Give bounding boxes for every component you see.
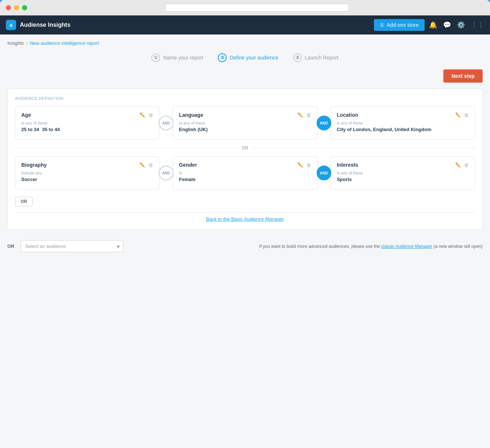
location-value: City of London, England, United Kingdom [337, 127, 432, 132]
back-link-wrap: Back to the Basic Audience Manager [15, 212, 475, 222]
delete-location-icon[interactable]: 🗑 [464, 112, 469, 118]
biography-subtitle: Include any [21, 171, 153, 175]
main-content: Insights › New audience intelligence rep… [0, 35, 490, 448]
filter-title-age: Age [21, 112, 31, 118]
audience-card: Audience definition Age ✏️ 🗑 Is any of t… [7, 88, 483, 230]
edit-gender-icon[interactable]: ✏️ [298, 162, 303, 168]
brand-name: Audiense Insights [20, 22, 71, 28]
or-divider: OR [15, 145, 475, 151]
interests-subtitle: Is any of these [337, 171, 469, 175]
language-value: English (UK) [179, 127, 208, 132]
audience-select-wrap: Select an audience ▾ [21, 240, 123, 252]
top-nav: a Audiense Insights ① Add-ons store 🔔 💬 … [0, 15, 490, 35]
location-subtitle: Is any of these [337, 121, 469, 125]
or-add-button[interactable]: OR [15, 197, 33, 206]
next-step-wrap: Next step [7, 69, 483, 83]
edit-location-icon[interactable]: ✏️ [455, 112, 461, 118]
breadcrumb-separator: › [26, 40, 28, 46]
brand: a Audiense Insights [6, 20, 71, 30]
filter-card-age: Age ✏️ 🗑 Is any of these 25 to 34 35 to … [15, 106, 159, 140]
addons-icon: ① [380, 22, 385, 28]
age-subtitle: Is any of these [21, 121, 153, 125]
steps-indicator: ① Name your report ② Define your audienc… [7, 53, 483, 62]
gender-subtitle: Is [179, 171, 311, 175]
step-2-num: ② [218, 53, 227, 62]
address-bar[interactable] [165, 4, 349, 12]
filter-card-gender: Gender ✏️ 🗑 Is Female [173, 156, 317, 189]
minimize-dot[interactable] [14, 5, 19, 10]
breadcrumb-root[interactable]: Insights [7, 40, 24, 46]
interests-value: Sports [337, 177, 352, 182]
filter-card-location: Location ✏️ 🗑 Is any of these City of Lo… [331, 106, 475, 140]
edit-age-icon[interactable]: ✏️ [140, 112, 145, 118]
filter-title-interests: Interests [337, 162, 358, 168]
delete-age-icon[interactable]: 🗑 [148, 112, 153, 118]
classic-audience-manager-link[interactable]: classic Audience Manager [381, 244, 432, 249]
edit-biography-icon[interactable]: ✏️ [140, 162, 145, 168]
gender-value: Female [179, 177, 195, 182]
filter-card-biography: Biography ✏️ 🗑 Include any Soccer [15, 156, 159, 189]
step-3-label: Launch Report [305, 55, 339, 61]
step-2-label: Define your audience [230, 55, 278, 61]
audience-label: Audience definition [15, 96, 475, 101]
delete-language-icon[interactable]: 🗑 [306, 112, 311, 118]
and-badge-gender-interests: AND [317, 166, 331, 180]
grid-icon[interactable]: ⋮⋮ [471, 21, 484, 29]
back-link[interactable]: Back to the Basic Audience Manager [206, 216, 284, 222]
delete-gender-icon[interactable]: 🗑 [306, 162, 311, 168]
step-3[interactable]: ③ Launch Report [293, 53, 339, 62]
step-2[interactable]: ② Define your audience [218, 53, 278, 62]
notifications-icon[interactable]: 🔔 [429, 21, 437, 29]
edit-interests-icon[interactable]: ✏️ [455, 162, 461, 168]
advanced-note-text: If you want to build more advanced audie… [259, 244, 380, 249]
filter-card-interests: Interests ✏️ 🗑 Is any of these Sports [331, 156, 475, 189]
or-divider-text: OR [242, 145, 248, 151]
filter-title-language: Language [179, 112, 203, 118]
maximize-dot[interactable] [22, 5, 27, 10]
messages-icon[interactable]: 💬 [443, 21, 451, 29]
brand-icon: a [6, 20, 16, 30]
advanced-note-suffix-text: (a new window will open) [434, 244, 483, 249]
settings-icon[interactable]: ⚙️ [457, 21, 465, 29]
advanced-note: If you want to build more advanced audie… [259, 244, 483, 249]
step-1-label: Name your report [163, 55, 203, 61]
step-3-num: ③ [293, 53, 302, 62]
filter-title-gender: Gender [179, 162, 197, 168]
age-value-2: 35 to 44 [42, 127, 60, 132]
and-badge-age-language: AND [159, 116, 173, 130]
next-step-button[interactable]: Next step [443, 69, 483, 83]
filter-row-1: Age ✏️ 🗑 Is any of these 25 to 34 35 to … [15, 106, 475, 140]
audience-select[interactable]: Select an audience [21, 240, 123, 252]
language-subtitle: Is any of these [179, 121, 311, 125]
delete-interests-icon[interactable]: 🗑 [464, 162, 469, 168]
close-dot[interactable] [6, 5, 11, 10]
age-value-1: 25 to 34 [21, 127, 39, 132]
or-select-label: OR [7, 243, 15, 249]
and-badge-language-location: AND [317, 116, 331, 130]
filter-card-language: Language ✏️ 🗑 Is any of these English (U… [173, 106, 317, 140]
filter-row-2: Biography ✏️ 🗑 Include any Soccer AND Ge… [15, 156, 475, 189]
breadcrumb: Insights › New audience intelligence rep… [7, 40, 483, 46]
step-1-num: ① [151, 53, 160, 62]
filter-title-location: Location [337, 112, 358, 118]
nav-icons: 🔔 💬 ⚙️ ⋮⋮ [429, 21, 484, 29]
breadcrumb-current: New audience intelligence report [30, 40, 99, 46]
and-badge-bio-gender: AND [159, 166, 173, 180]
delete-biography-icon[interactable]: 🗑 [148, 162, 153, 168]
filter-title-biography: Biography [21, 162, 47, 168]
addons-label: Add-ons store [387, 22, 419, 28]
window-chrome [0, 0, 490, 15]
addons-store-button[interactable]: ① Add-ons store [374, 19, 425, 31]
biography-value: Soccer [21, 177, 37, 182]
step-1[interactable]: ① Name your report [151, 53, 203, 62]
edit-language-icon[interactable]: ✏️ [298, 112, 303, 118]
audience-select-row: OR Select an audience ▾ If you want to b… [7, 236, 483, 257]
